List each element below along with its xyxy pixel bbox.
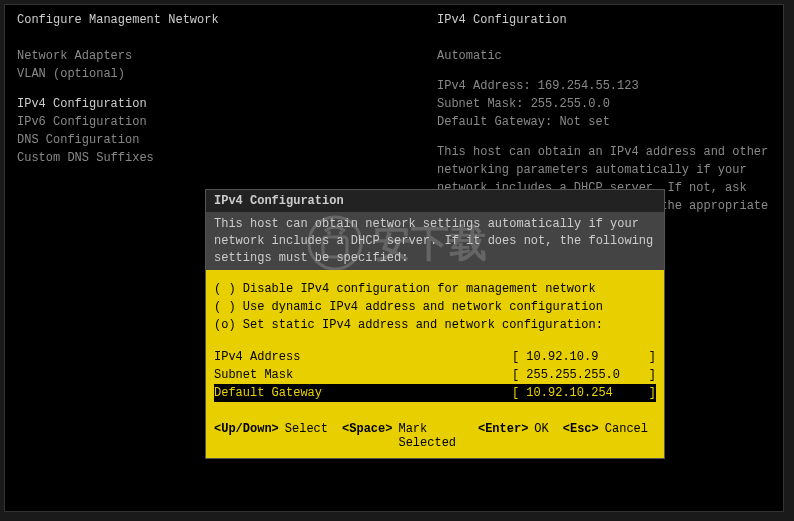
menu-item-network-adapters[interactable]: Network Adapters — [17, 47, 437, 65]
header-row: Configure Management Network IPv4 Config… — [17, 13, 771, 27]
radio-static-ipv4[interactable]: (o) Set static IPv4 address and network … — [214, 316, 656, 334]
key-esc: <Esc> — [563, 422, 599, 450]
field-value[interactable]: [ 255.255.255.0 ] — [512, 366, 656, 384]
field-value[interactable]: [ 10.92.10.254 ] — [512, 384, 656, 402]
radio-marker: ( ) — [214, 282, 236, 296]
dialog-title: IPv4 Configuration — [206, 190, 664, 212]
dialog-footer: <Up/Down> Select <Space> Mark Selected <… — [206, 408, 664, 458]
menu-item-ipv6[interactable]: IPv6 Configuration — [17, 113, 437, 131]
field-ipv4-address[interactable]: IPv4 Address [ 10.92.10.9 ] — [214, 348, 656, 366]
info-gateway-label: Default Gateway: — [437, 115, 552, 129]
key-updown: <Up/Down> — [214, 422, 279, 450]
field-value[interactable]: [ 10.92.10.9 ] — [512, 348, 656, 366]
field-subnet-mask[interactable]: Subnet Mask [ 255.255.255.0 ] — [214, 366, 656, 384]
radio-marker: ( ) — [214, 300, 236, 314]
menu-spacer — [17, 83, 437, 95]
header-left-title: Configure Management Network — [17, 13, 437, 27]
info-ipv4: IPv4 Address: 169.254.55.123 — [437, 77, 771, 95]
header-right-title: IPv4 Configuration — [437, 13, 771, 27]
field-label: Subnet Mask — [214, 366, 293, 384]
key-space: <Space> — [342, 422, 392, 450]
action-mark: Mark Selected — [398, 422, 469, 450]
radio-label: Disable IPv4 configuration for managemen… — [243, 282, 596, 296]
field-label: Default Gateway — [214, 384, 322, 402]
radio-dynamic-ipv4[interactable]: ( ) Use dynamic IPv4 address and network… — [214, 298, 656, 316]
info-gateway-value: Not set — [559, 115, 609, 129]
info-mode: Automatic — [437, 47, 771, 65]
menu-item-custom-dns[interactable]: Custom DNS Suffixes — [17, 149, 437, 167]
radio-label: Use dynamic IPv4 address and network con… — [243, 300, 603, 314]
radio-marker: (o) — [214, 318, 236, 332]
static-fields: IPv4 Address [ 10.92.10.9 ] Subnet Mask … — [214, 348, 656, 402]
action-ok[interactable]: OK — [534, 422, 548, 450]
field-default-gateway[interactable]: Default Gateway [ 10.92.10.254 ] — [214, 384, 656, 402]
console-screen: Configure Management Network IPv4 Config… — [4, 4, 784, 512]
info-subnet-value: 255.255.0.0 — [531, 97, 610, 111]
menu-item-dns[interactable]: DNS Configuration — [17, 131, 437, 149]
radio-label: Set static IPv4 address and network conf… — [243, 318, 603, 332]
info-subnet: Subnet Mask: 255.255.0.0 — [437, 95, 771, 113]
menu-item-ipv4[interactable]: IPv4 Configuration — [17, 95, 437, 113]
action-cancel[interactable]: Cancel — [605, 422, 648, 450]
field-label: IPv4 Address — [214, 348, 300, 366]
info-ipv4-label: IPv4 Address: — [437, 79, 531, 93]
dialog-description: This host can obtain network settings au… — [206, 212, 664, 270]
info-subnet-label: Subnet Mask: — [437, 97, 523, 111]
info-ipv4-value: 169.254.55.123 — [538, 79, 639, 93]
ipv4-config-dialog: IPv4 Configuration This host can obtain … — [205, 189, 665, 459]
action-select: Select — [285, 422, 328, 450]
dialog-body: ( ) Disable IPv4 configuration for manag… — [206, 270, 664, 408]
radio-disable-ipv4[interactable]: ( ) Disable IPv4 configuration for manag… — [214, 280, 656, 298]
key-enter: <Enter> — [478, 422, 528, 450]
menu-item-vlan[interactable]: VLAN (optional) — [17, 65, 437, 83]
info-gateway: Default Gateway: Not set — [437, 113, 771, 131]
